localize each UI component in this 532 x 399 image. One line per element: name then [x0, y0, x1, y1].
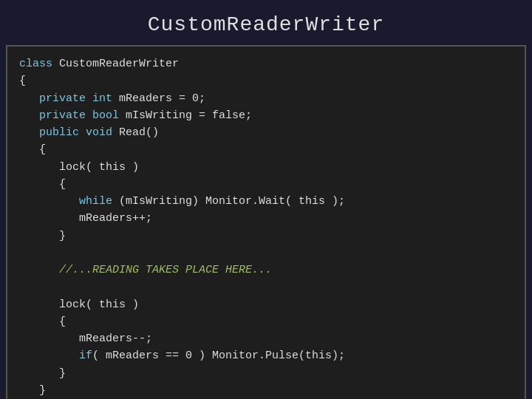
code-line-11: } — [19, 230, 66, 242]
title-area: CustomReaderWriter — [0, 0, 532, 45]
code-line-8: { — [19, 178, 66, 191]
slide-title: CustomReaderWriter — [148, 13, 384, 36]
code-line-1: class CustomReaderWriter — [19, 58, 179, 70]
code-line-13: //...READING TAKES PLACE HERE... — [19, 264, 272, 276]
code-line-15: lock( this ) — [19, 299, 139, 311]
code-area: class CustomReaderWriter { private int m… — [6, 45, 526, 399]
code-line-9: while (mIsWriting) Monitor.Wait( this ); — [19, 195, 345, 208]
slide-container: CustomReaderWriter class CustomReaderWri… — [0, 0, 532, 399]
code-line-19: } — [19, 367, 66, 380]
code-line-17: mReaders--; — [19, 332, 152, 345]
code-line-16: { — [19, 316, 66, 328]
code-line-2: { — [19, 75, 26, 87]
code-line-3: private int mReaders = 0; — [19, 92, 205, 105]
code-line-18: if( mReaders == 0 ) Monitor.Pulse(this); — [19, 349, 345, 362]
code-line-20: } — [19, 384, 46, 397]
code-line-4: private bool mIsWriting = false; — [19, 109, 252, 122]
code-block: class CustomReaderWriter { private int m… — [19, 55, 513, 399]
code-line-6: { — [19, 143, 46, 156]
code-line-5: public void Read() — [19, 126, 159, 139]
code-line-10: mReaders++; — [19, 212, 152, 225]
code-line-7: lock( this ) — [19, 161, 139, 174]
